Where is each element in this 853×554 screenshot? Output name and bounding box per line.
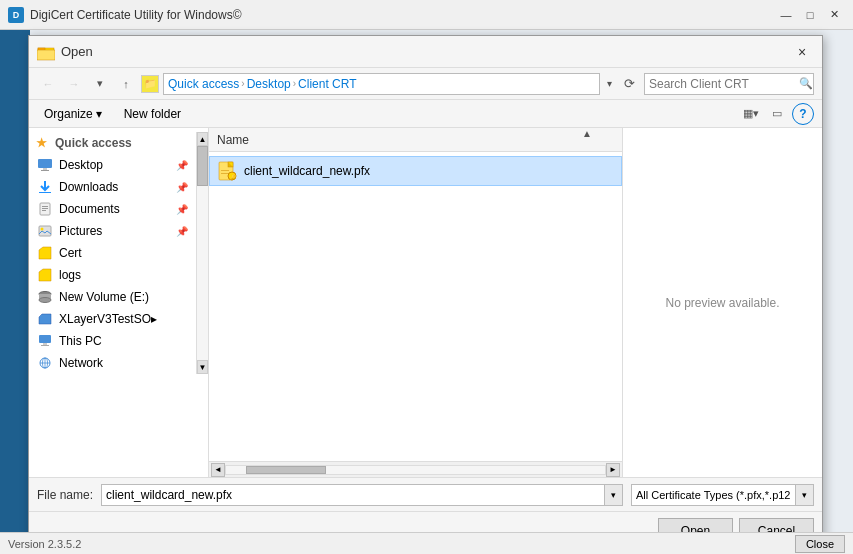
back-button[interactable]: ← bbox=[37, 73, 59, 95]
app-window: D DigiCert Certificate Utility for Windo… bbox=[0, 0, 853, 554]
help-button[interactable]: ? bbox=[792, 103, 814, 125]
sidebar-item-cert[interactable]: Cert bbox=[29, 242, 196, 264]
new-folder-label: New folder bbox=[124, 107, 181, 121]
sidebar-item-pictures[interactable]: Pictures 📌 bbox=[29, 220, 196, 242]
secondary-toolbar: Organize ▾ New folder ▦ ▾ ▭ bbox=[29, 100, 822, 128]
sidebar-label-logs: logs bbox=[59, 268, 81, 282]
h-scroll-left-button[interactable]: ◄ bbox=[211, 463, 225, 477]
desktop-pin-icon: 📌 bbox=[176, 160, 188, 171]
svg-rect-8 bbox=[42, 206, 48, 207]
documents-icon bbox=[37, 201, 53, 217]
refresh-button[interactable]: ⟳ bbox=[618, 73, 640, 95]
app-title-bar: D DigiCert Certificate Utility for Windo… bbox=[0, 0, 853, 30]
xlayer-icon bbox=[37, 311, 53, 327]
up-button[interactable]: ↑ bbox=[115, 73, 137, 95]
downloads-icon bbox=[37, 179, 53, 195]
sidebar-scroll-thumb-track bbox=[197, 146, 208, 360]
bottom-filename-bar: File name: ▾ ▾ bbox=[29, 477, 822, 511]
sidebar-item-desktop[interactable]: Desktop 📌 bbox=[29, 154, 196, 176]
breadcrumb-client-crt[interactable]: Client CRT bbox=[298, 77, 356, 91]
dropdown-arrow-icon: ▾ bbox=[97, 77, 103, 90]
filetype-input[interactable] bbox=[631, 484, 796, 506]
sidebar-label-downloads: Downloads bbox=[59, 180, 118, 194]
title-controls: — □ ✕ bbox=[775, 4, 845, 26]
view-button[interactable]: ▦ ▾ bbox=[740, 103, 762, 125]
sidebar-item-logs[interactable]: logs bbox=[29, 264, 196, 286]
file-name-label: client_wildcard_new.pfx bbox=[244, 164, 370, 178]
svg-rect-18 bbox=[41, 345, 49, 346]
sidebar-scroll-up-button[interactable]: ▲ bbox=[197, 132, 208, 146]
no-preview-label: No preview available. bbox=[665, 296, 779, 310]
app-icon: D bbox=[8, 7, 24, 23]
sidebar-item-documents[interactable]: Documents 📌 bbox=[29, 198, 196, 220]
sidebar-item-network[interactable]: Network bbox=[29, 352, 196, 374]
file-area: Name ▲ bbox=[209, 128, 622, 477]
breadcrumb-stephan[interactable]: Quick access bbox=[168, 77, 239, 91]
minimize-button[interactable]: — bbox=[775, 4, 797, 26]
breadcrumb-bar: Quick access › Desktop › Client CRT bbox=[163, 73, 600, 95]
organize-label: Organize bbox=[44, 107, 93, 121]
dialog-title-left: Open bbox=[37, 43, 93, 61]
sidebar-label-cert: Cert bbox=[59, 246, 82, 260]
filename-input-container: ▾ bbox=[101, 484, 623, 506]
dialog-close-button[interactable]: × bbox=[790, 40, 814, 64]
app-close-button[interactable]: ✕ bbox=[823, 4, 845, 26]
help-icon: ? bbox=[799, 107, 806, 121]
sidebar-item-this-pc[interactable]: This PC bbox=[29, 330, 196, 352]
status-close-button[interactable]: Close bbox=[795, 535, 845, 553]
back-icon: ← bbox=[43, 78, 54, 90]
filetype-dropdown-button[interactable]: ▾ bbox=[796, 484, 814, 506]
forward-button[interactable]: → bbox=[63, 73, 85, 95]
filename-dropdown-button[interactable]: ▾ bbox=[605, 484, 623, 506]
h-scroll-right-button[interactable]: ► bbox=[606, 463, 620, 477]
svg-rect-3 bbox=[38, 159, 52, 168]
network-icon bbox=[37, 355, 53, 371]
documents-pin-icon: 📌 bbox=[176, 204, 188, 215]
desktop-icon bbox=[37, 157, 53, 173]
version-label: Version 2.3.5.2 bbox=[8, 538, 81, 550]
svg-rect-26 bbox=[221, 170, 229, 171]
sidebar-item-downloads[interactable]: Downloads 📌 bbox=[29, 176, 196, 198]
sidebar-scroll-thumb bbox=[197, 146, 208, 186]
address-toolbar: ← → ▾ ↑ 📁 Quick access › bbox=[29, 68, 822, 100]
svg-rect-9 bbox=[42, 208, 48, 209]
sidebar-label-network: Network bbox=[59, 356, 103, 370]
search-icon[interactable]: 🔍 bbox=[799, 77, 813, 90]
maximize-button[interactable]: □ bbox=[799, 4, 821, 26]
svg-rect-16 bbox=[39, 335, 51, 343]
preview-area: No preview available. bbox=[622, 128, 822, 477]
main-content: ★ Quick access Desktop 📌 bbox=[29, 128, 822, 477]
new-folder-button[interactable]: New folder bbox=[117, 103, 188, 125]
search-input[interactable] bbox=[649, 77, 799, 91]
address-dropdown-button[interactable]: ▾ bbox=[602, 77, 616, 91]
sidebar-item-xlayer[interactable]: XLayerV3TestSO▸ bbox=[29, 308, 196, 330]
downloads-pin-icon: 📌 bbox=[176, 182, 188, 193]
sidebar: ★ Quick access Desktop 📌 bbox=[29, 128, 209, 477]
sidebar-items: ★ Quick access Desktop 📌 bbox=[29, 132, 196, 374]
sidebar-scrollbar: ▲ ▼ bbox=[196, 132, 208, 374]
name-column-header[interactable]: Name bbox=[217, 133, 249, 147]
dialog-icon bbox=[37, 43, 55, 61]
sidebar-scroll-container: ★ Quick access Desktop 📌 bbox=[29, 132, 208, 374]
address-bar-container: 📁 Quick access › Desktop › Client CRT ▾ … bbox=[141, 73, 640, 95]
svg-rect-10 bbox=[42, 210, 46, 211]
sort-arrow: ▲ bbox=[582, 128, 592, 139]
pane-icon: ▭ bbox=[772, 107, 782, 120]
app-content: Open × ← → ▾ ↑ � bbox=[0, 30, 853, 554]
app-title: DigiCert Certificate Utility for Windows… bbox=[30, 8, 242, 22]
app-sidebar-hint bbox=[0, 30, 30, 554]
pane-button[interactable]: ▭ bbox=[766, 103, 788, 125]
filename-input[interactable] bbox=[101, 484, 605, 506]
sidebar-scroll-down-button[interactable]: ▼ bbox=[197, 360, 208, 374]
title-bar-left: D DigiCert Certificate Utility for Windo… bbox=[8, 7, 242, 23]
dialog-title-text: Open bbox=[61, 44, 93, 59]
organize-button[interactable]: Organize ▾ bbox=[37, 103, 109, 125]
file-item-pfx[interactable]: 🔑 client_wildcard_new.pfx bbox=[209, 156, 622, 186]
sidebar-label-desktop: Desktop bbox=[59, 158, 103, 172]
breadcrumb-desktop[interactable]: Desktop bbox=[247, 77, 291, 91]
sidebar-item-new-volume[interactable]: New Volume (E:) bbox=[29, 286, 196, 308]
forward-icon: → bbox=[69, 78, 80, 90]
pictures-icon bbox=[37, 223, 53, 239]
this-pc-icon bbox=[37, 333, 53, 349]
dropdown-arrow-button[interactable]: ▾ bbox=[89, 73, 111, 95]
